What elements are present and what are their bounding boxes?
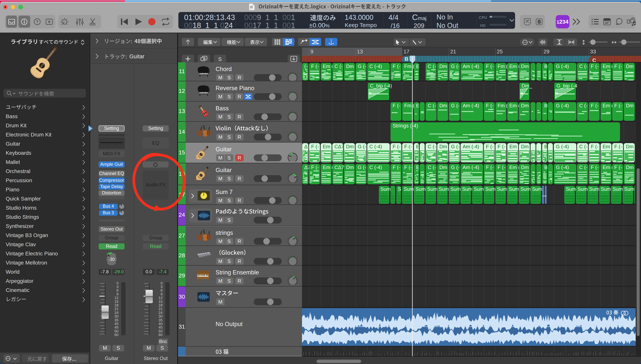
svg-text:-30: -30 — [108, 257, 115, 262]
svg-text:S: S — [538, 19, 541, 24]
svg-text:?: ? — [36, 20, 39, 24]
